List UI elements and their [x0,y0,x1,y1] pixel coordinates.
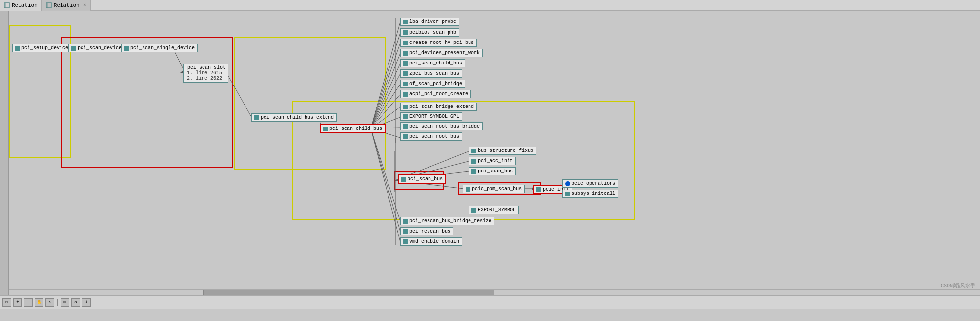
node-lines: 1. line 2615 2. line 2622 [186,70,225,81]
node-icon [403,51,408,56]
node-pcic-operations[interactable]: pcic_operations [562,179,618,188]
node-label: acpi_pci_root_create [409,91,468,97]
node-lba-driver-probe[interactable]: lba_driver_probe [400,18,459,26]
node-label: pci_scan_bridge_extend [409,104,474,109]
node-icon [403,114,408,119]
node-label: pci_rescan_bus_bridge_resize [409,218,491,224]
node-bus-structure-fixup[interactable]: bus_structure_fixup [469,147,536,155]
node-label: pci_scan_child_bus [329,126,382,131]
line-2: 2. line 2622 [187,76,225,81]
node-icon [403,219,408,224]
node-label: pci_devices_present_work [409,50,480,56]
zoom-fit-button[interactable]: ⊡ [2,298,11,307]
tab-close-2[interactable]: × [83,3,86,8]
node-icon [403,20,408,24]
node-label: pcibios_scan_phb [409,30,456,35]
svg-line-24 [371,74,400,128]
node-export-symbol-2[interactable]: EXPORT_SYMBOL [469,206,519,214]
node-icon [403,239,408,244]
node-icon [15,46,20,51]
node-of-scan-pci-bridge[interactable]: of_scan_pci_bridge [400,80,465,88]
node-label: pci_scan_child_bus_extend [261,115,334,120]
svg-line-20 [371,33,400,128]
node-label: zpci_bus_scan_bus [409,71,459,76]
node-label: vmd_enable_domain [409,239,459,244]
zoom-in-button[interactable]: + [13,298,22,307]
node-pcibios-scan-phb[interactable]: pcibios_scan_phb [400,28,459,37]
svg-line-21 [371,43,400,128]
node-pci-setup-device[interactable]: pci_setup_device [12,44,71,52]
zoom-out-button[interactable]: - [24,298,33,307]
refresh-button[interactable]: ↻ [71,298,80,307]
node-pci-scan-bridge-extend[interactable]: pci_scan_bridge_extend [400,103,477,111]
svg-rect-2 [46,3,51,8]
node-label: bus_structure_fixup [478,148,533,153]
node-pci-scan-bus[interactable]: pci_scan_bus [398,174,446,184]
relation-icon-2 [46,2,52,8]
svg-line-23 [371,64,400,128]
node-icon [403,30,408,35]
node-icon [403,71,408,76]
node-label: subsys_initcall [572,191,615,196]
node-icon [403,229,408,234]
node-pci-scan-bus-2[interactable]: pci_scan_bus [469,167,516,175]
line-1: 1. line 2615 [187,70,225,76]
node-label: pcic_pbm_scan_bus [472,186,522,192]
node-pci-scan-root-bus-bridge[interactable]: pci_scan_root_bus_bridge [400,122,483,130]
svg-rect-5 [62,38,233,167]
node-label: pci_scan_root_bus_bridge [409,124,480,129]
node-icon [323,127,328,131]
node-pci-scan-root-bus[interactable]: pci_scan_root_bus [400,132,462,141]
tab-relation-1[interactable]: Relation [0,0,42,11]
node-label: pci_acc_init [478,158,513,164]
node-icon [536,187,541,192]
node-pci-rescan-bus-bridge-resize[interactable]: pci_rescan_bus_bridge_resize [400,217,494,225]
node-pci-scan-device[interactable]: pci_scan_device [68,44,124,52]
node-label: lba_driver_probe [409,19,456,24]
node-icon [471,169,476,174]
tab-bar: Relation Relation × [0,0,980,11]
node-export-symbol-gpl[interactable]: EXPORT_SYMBOL_GPL [400,112,462,121]
node-pci-scan-single-device[interactable]: pci_scan_single_device [121,44,198,52]
node-icon [403,124,408,129]
node-zpci-bus-scan-bus[interactable]: zpci_bus_scan_bus [400,69,462,78]
node-icon [124,46,129,51]
node-subsys-initcall[interactable]: subsys_initcall [562,190,618,198]
pan-button[interactable]: ✋ [35,298,43,307]
svg-line-41 [371,128,400,221]
select-button[interactable]: ↖ [45,298,54,307]
node-pci-scan-slot[interactable]: pci_scan_slot 1. line 2615 2. line 2622 [183,64,228,83]
node-pci-scan-child-bus-2[interactable]: pci_scan_child_bus [400,59,465,67]
node-icon [71,46,76,51]
node-label: EXPORT_SYMBOL_GPL [409,114,459,119]
layout-button[interactable]: ⊞ [61,298,69,307]
svg-line-19 [371,22,400,128]
node-icon [403,82,408,86]
node-pci-devices-present-work[interactable]: pci_devices_present_work [400,49,483,57]
svg-rect-0 [4,3,9,8]
bottom-toolbar: ⊡ + - ✋ ↖ ⊞ ↻ ⬇ [0,295,980,309]
scrollbar-thumb-horizontal[interactable] [203,290,494,295]
tab-label-1: Relation [12,2,38,8]
node-icon [565,192,570,196]
scrollbar-horizontal[interactable] [9,289,980,295]
node-label: pci_scan_bus [478,169,513,174]
tab-relation-2[interactable]: Relation × [42,0,91,11]
node-icon [403,92,408,97]
node-icon [403,61,408,66]
node-create-root-hv-pci-bus[interactable]: create_root_hv_pci_bus [400,39,477,47]
node-icon [466,187,470,192]
node-label: of_scan_pci_bridge [409,81,462,86]
node-icon [401,177,406,182]
node-pci-rescan-bus[interactable]: pci_rescan_bus [400,227,453,235]
node-pcic-pbm-scan-bus[interactable]: pcic_pbm_scan_bus [463,185,525,193]
ruler-left [0,11,9,309]
node-label: pci_scan_bus [408,176,443,182]
node-pci-scan-child-bus[interactable]: pci_scan_child_bus [320,124,386,133]
node-pci-acc-init[interactable]: pci_acc_init [469,157,516,165]
export-button[interactable]: ⬇ [82,298,91,307]
node-acpi-pci-root-create[interactable]: acpi_pci_root_create [400,90,471,98]
node-pci-scan-child-bus-extend[interactable]: pci_scan_child_bus_extend [251,113,337,122]
csdn-watermark: CSDN@跑风水手 [941,282,975,289]
node-vmd-enable-domain[interactable]: vmd_enable_domain [400,237,462,246]
